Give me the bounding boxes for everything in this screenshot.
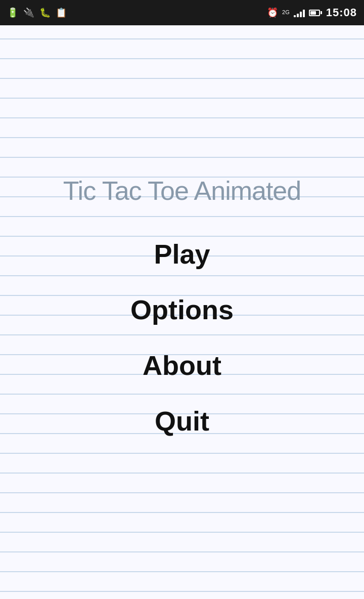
- about-button[interactable]: About: [0, 337, 364, 393]
- options-button[interactable]: Options: [0, 282, 364, 337]
- play-button[interactable]: Play: [0, 226, 364, 282]
- signal-bar-3: [300, 12, 302, 17]
- signal-bar-4: [303, 10, 305, 17]
- clipboard-icon: 📋: [56, 8, 67, 17]
- app-title: Tic Tac Toe Animated: [63, 176, 301, 206]
- status-bar-right: ⏰ 2G 15:08: [267, 6, 357, 19]
- signal-bar-2: [297, 14, 299, 17]
- quit-button[interactable]: Quit: [0, 393, 364, 449]
- battery-status-icon: 🔋: [7, 8, 18, 17]
- signal-bars: [294, 8, 305, 17]
- main-content: Tic Tac Toe Animated Play Options About …: [0, 25, 364, 599]
- alarm-icon: ⏰: [267, 8, 278, 17]
- signal-bar-1: [294, 15, 296, 17]
- status-bar-left: 🔋 🔌 🐛 📋: [7, 8, 67, 17]
- menu-container: Play Options About Quit: [0, 226, 364, 449]
- status-bar: 🔋 🔌 🐛 📋 ⏰ 2G 15:08: [0, 0, 364, 25]
- battery-icon: [309, 10, 322, 16]
- signal-label: 2G: [282, 9, 290, 15]
- usb-icon: 🔌: [23, 8, 34, 17]
- status-time: 15:08: [326, 6, 357, 19]
- bug-icon: 🐛: [39, 8, 51, 17]
